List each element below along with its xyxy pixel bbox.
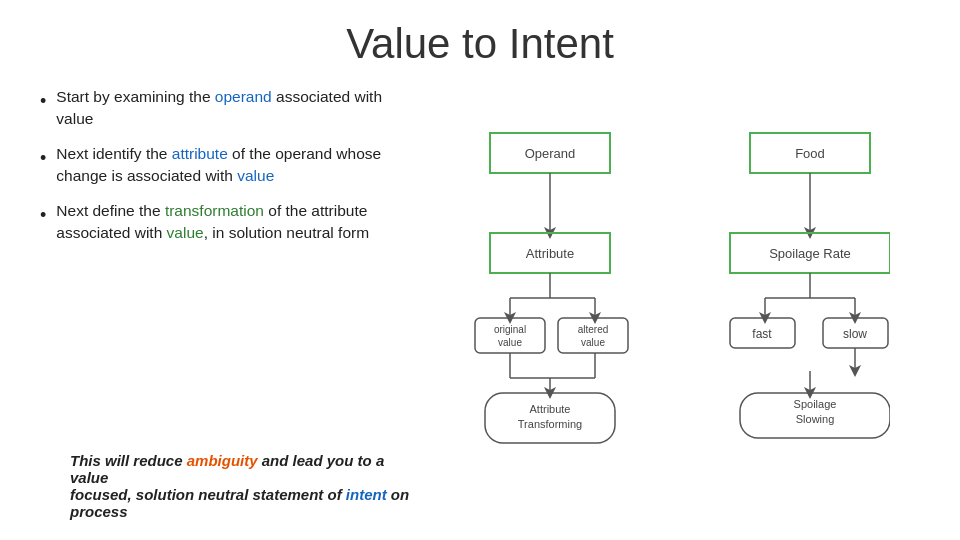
list-item: • Next identify the attribute of the ope…: [40, 143, 420, 188]
bullet1-text-before: Start by examining the: [56, 88, 215, 105]
bullet2-link: attribute: [172, 145, 228, 162]
bullet3-link2: value: [167, 224, 204, 241]
bullet3-text-after2: , in solution neutral form: [204, 224, 369, 241]
bottom-note-before: This will reduce: [70, 452, 187, 469]
bullet3-text-before: Next define the: [56, 202, 165, 219]
bullet-text-3: Next define the transformation of the at…: [56, 200, 420, 245]
left-column: • Start by examining the operand associa…: [40, 86, 420, 520]
diagram-original-label2: value: [498, 337, 522, 348]
diagram-fast-label: fast: [752, 327, 772, 341]
diagram-spoilage-rate-label: Spoilage Rate: [769, 246, 851, 261]
bullet-list: • Start by examining the operand associa…: [40, 86, 420, 438]
diagram-original-label: original: [494, 324, 526, 335]
list-item: • Start by examining the operand associa…: [40, 86, 420, 131]
diagram-altered-label2: value: [581, 337, 605, 348]
diagram-svg: Operand Food Attribute Spoilage Rate: [470, 123, 890, 483]
bottom-note: This will reduce ambiguity and lead you …: [40, 452, 420, 520]
bullet-dot-3: •: [40, 202, 46, 228]
bullet-dot-2: •: [40, 145, 46, 171]
ambiguity-word: ambiguity: [187, 452, 258, 469]
diagram-spoilage-slow-label: Spoilage: [794, 398, 837, 410]
diagram-food-label: Food: [795, 146, 825, 161]
diagram-altered-label: altered: [578, 324, 609, 335]
diagram-attr-transform-label2: Transforming: [518, 418, 582, 430]
bullet-text-2: Next identify the attribute of the opera…: [56, 143, 420, 188]
list-item: • Next define the transformation of the …: [40, 200, 420, 245]
bullet-text-1: Start by examining the operand associate…: [56, 86, 420, 131]
diagram-operand-label: Operand: [525, 146, 576, 161]
intent-word: intent: [346, 486, 387, 503]
diagram-slow-label: slow: [843, 327, 867, 341]
bullet1-link: operand: [215, 88, 272, 105]
content-area: • Start by examining the operand associa…: [40, 86, 920, 520]
bullet-dot-1: •: [40, 88, 46, 114]
bullet2-link2: value: [237, 167, 274, 184]
bullet2-text-before: Next identify the: [56, 145, 171, 162]
diagram-attribute-label: Attribute: [526, 246, 574, 261]
diagram-attr-transform-label: Attribute: [530, 403, 571, 415]
page-title: Value to Intent: [40, 20, 920, 68]
page: Value to Intent • Start by examining the…: [0, 0, 960, 540]
bullet3-link: transformation: [165, 202, 264, 219]
diagram-area: Operand Food Attribute Spoilage Rate: [440, 86, 920, 520]
diagram-spoilage-slow-label2: Slowing: [796, 413, 835, 425]
